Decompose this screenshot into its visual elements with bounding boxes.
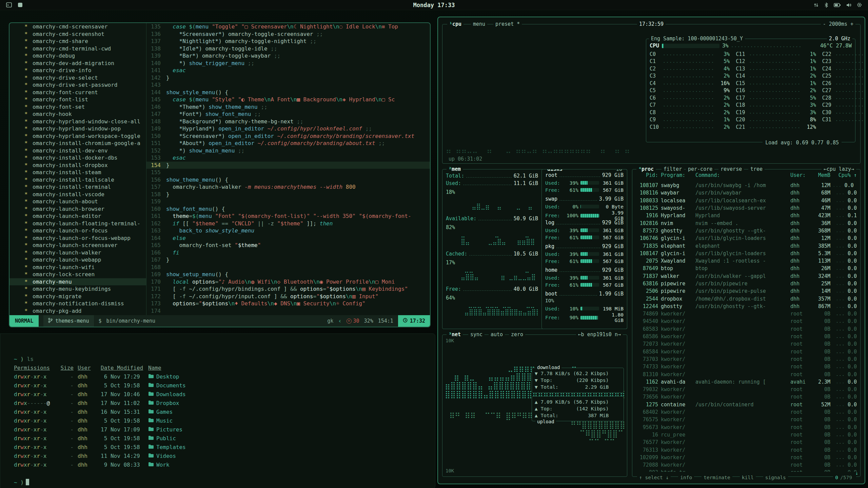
process-row[interactable]: 71837walker/usr/bin/walker --gappldhh324… bbox=[634, 272, 859, 280]
file-tree-item[interactable]: *omarchy-debug bbox=[9, 52, 146, 60]
sort-column-selector[interactable]: ←cpu lazy→ bbox=[822, 166, 856, 172]
code-line[interactable]: 148 *Background*) omarchy-theme-bg-next … bbox=[146, 118, 430, 125]
transfer-icon[interactable] bbox=[813, 2, 819, 8]
code-line[interactable]: 157 omarchy-launch-walker -m menus:omarc… bbox=[146, 183, 430, 191]
code-line[interactable]: 172 [ -f ~/.config/hypr/input.conf ] && … bbox=[146, 293, 430, 300]
kill-button[interactable]: kill bbox=[740, 475, 756, 480]
process-row[interactable]: 108147glycin-i/usr/lib/glycin-loadersdhh… bbox=[634, 250, 859, 257]
process-row[interactable]: 76313kworker/root0B⠄⠄⠄ 0.0 bbox=[634, 446, 859, 453]
select-hint[interactable]: ↑ select ↓ bbox=[637, 475, 671, 480]
file-tree-item[interactable]: *omarchy-cmd-terminal-cwd bbox=[9, 45, 146, 53]
process-row[interactable]: 68402kworker/root0B⠄⠄⠄ 0.0 bbox=[634, 408, 859, 416]
terminal-window[interactable]: ~ ) ls Permissions Size User Date Modifi… bbox=[0, 333, 435, 488]
disks-title[interactable]: disks bbox=[545, 169, 565, 172]
process-row[interactable]: 76575kworker/root0B⠄⠄⠄ 0.0 bbox=[634, 416, 859, 423]
process-row[interactable]: 79032kworker/root0B⠄⠄⠄ 0.0 bbox=[634, 386, 859, 393]
file-tree-item[interactable]: *omarchy-hyprland-window-close-all bbox=[9, 118, 146, 125]
proc-box-title[interactable]: ⁴proc bbox=[636, 166, 656, 172]
per-core-button[interactable]: per-core bbox=[686, 166, 714, 172]
file-tree-item[interactable]: *omarchy-pkg-add bbox=[9, 307, 146, 315]
file-tree-item[interactable]: *omarchy-install-tailscale bbox=[9, 176, 146, 184]
file-tree-item[interactable]: *omarchy-launch-screensaver bbox=[9, 242, 146, 249]
file-tree-item[interactable]: *omarchy-install-steam bbox=[9, 169, 146, 176]
diagnostics-count[interactable]: ×30 bbox=[347, 318, 359, 324]
file-tree-item[interactable]: *omarchy-install-terminal bbox=[9, 183, 146, 191]
info-button[interactable]: info bbox=[678, 475, 694, 480]
file-tree-item[interactable]: *omarchy-hyprland-workspace-toggle bbox=[9, 133, 146, 140]
mem-box-title[interactable]: ²mem bbox=[447, 166, 463, 172]
code-line[interactable]: 149 *Hyprland*) open_in_editor ~/.config… bbox=[146, 125, 430, 133]
file-tree-item[interactable]: *omarchy-font-list bbox=[9, 96, 146, 103]
code-line[interactable]: 137 *Nightlight*) omarchy-toggle-nightli… bbox=[146, 38, 430, 45]
code-line[interactable]: 174 bbox=[146, 307, 430, 315]
code-line[interactable]: 152 *) show_main_menu ;; bbox=[146, 147, 430, 155]
process-row[interactable]: 16rcu_preeroot0B⠄⠄⠄ 0.0 bbox=[634, 431, 859, 439]
code-line[interactable]: 150 *Screensaver*) open_in_editor ~/.con… bbox=[146, 133, 430, 140]
battery-icon[interactable] bbox=[834, 3, 841, 7]
process-row[interactable]: 76577kworker/root0B⠄⠄⠄ 0.0 bbox=[634, 439, 859, 446]
file-tree-item[interactable]: *omarchy-install-vscode bbox=[9, 191, 146, 198]
process-row[interactable]: 108125swayosd-/usr/lib/swayosd-serverdhh… bbox=[634, 204, 859, 212]
volume-icon[interactable] bbox=[846, 3, 851, 7]
file-tree-item[interactable]: *omarchy-install-dev-env bbox=[9, 147, 146, 155]
file-tree-item[interactable]: *omarchy-launch-editor bbox=[9, 212, 146, 220]
code-line[interactable]: 158} bbox=[146, 191, 430, 198]
code-line[interactable]: 147 *Font*) show_font_menu ;; bbox=[146, 110, 430, 118]
file-tree-item[interactable]: *omarchy-migrate bbox=[9, 293, 146, 300]
file-tree-item[interactable]: *omarchy-launch-wifi bbox=[9, 264, 146, 271]
code-pane[interactable]: 135 case $(menu "Toggle" "▢ Screensaver\… bbox=[146, 23, 430, 315]
code-line[interactable]: 144show_style_menu() { bbox=[146, 89, 430, 96]
cpu-box-title[interactable]: ¹cpu bbox=[447, 21, 463, 27]
code-line[interactable]: 156show_theme_menu() { bbox=[146, 176, 430, 184]
io-toggle[interactable]: io bbox=[614, 169, 624, 172]
code-line[interactable]: 146 *Theme*) show_theme_menu ;; bbox=[146, 103, 430, 111]
process-row[interactable]: 1162avahi-daavahi-daemon: running [avahi… bbox=[634, 378, 859, 386]
file-tree-item[interactable]: *omarchy-hyprland-window-pop bbox=[9, 125, 146, 133]
code-line[interactable]: 139 *Bar*) omarchy-toggle-waybar ;; bbox=[146, 52, 430, 60]
file-tree-item[interactable]: *omarchy-install-dropbox bbox=[9, 162, 146, 169]
process-row[interactable]: 87573ghostty/usr/bin/ghostty --gtk-dhh36… bbox=[634, 227, 859, 235]
process-row[interactable]: 1916HyprlandHyprlanddhh423M⠄⠄⠄ 0.1 bbox=[634, 212, 859, 219]
process-row[interactable]: 106746glycin-i/usr/lib/glycin-loadersdhh… bbox=[634, 235, 859, 242]
process-row[interactable]: 108107swaybg/usr/bin/swaybg -i /homdhh12… bbox=[634, 182, 859, 189]
process-row[interactable]: 1275containe/usr/bin/containerdroot52M⠄⠄… bbox=[634, 401, 859, 408]
file-tree-item[interactable]: *omarchy-launch-walker bbox=[9, 249, 146, 257]
refresh-ms-control[interactable]: - 2000ms + bbox=[821, 21, 855, 27]
file-tree-item[interactable]: *omarchy-menu-keybindings bbox=[9, 285, 146, 293]
file-tree-item[interactable]: *omarchy-drive-set-password bbox=[9, 81, 146, 89]
code-line[interactable]: 171 [ -f ~/.config/hypr/bindings.conf ] … bbox=[146, 285, 430, 293]
code-line[interactable]: 136 *Screensaver*) omarchy-toggle-screen… bbox=[146, 30, 430, 38]
process-row[interactable]: 102816nvimnvim --embed .dhh36M⠄⠄⠄ 0.0 bbox=[634, 219, 859, 227]
workspace-app-icon-terminal[interactable] bbox=[6, 2, 12, 8]
preset-button[interactable]: preset * bbox=[493, 21, 522, 27]
file-tree-item[interactable]: *omarchy-launch-about bbox=[9, 198, 146, 205]
process-row[interactable]: 74733kworker/root0B⠄⠄⠄ 0.0 bbox=[634, 363, 859, 370]
code-line[interactable]: 154} bbox=[146, 162, 430, 169]
file-tree-item[interactable]: *omarchy-launch-floating-terminal- bbox=[9, 220, 146, 227]
code-line[interactable]: 143 bbox=[146, 81, 430, 89]
process-row[interactable]: 81310kworker/root0B⠄⠄⠄ 0.0 bbox=[634, 370, 859, 378]
process-row[interactable]: 12244ghostty/usr/bin/ghostty --gtk-dhh86… bbox=[634, 303, 859, 310]
file-tree-item[interactable]: *omarchy-font-current bbox=[9, 89, 146, 96]
file-tree-item[interactable]: *omarchy-drive-info bbox=[9, 67, 146, 74]
file-tree-item[interactable]: *omarchy-hook bbox=[9, 110, 146, 118]
file-tree-item[interactable]: *omarchy-launch-or-focus bbox=[9, 227, 146, 235]
process-row[interactable]: 68586kworker/root0B⠄⠄⠄ 0.0 bbox=[634, 333, 859, 340]
process-row[interactable]: 73656kworker/root0B⠄⠄⠄ 0.0 bbox=[634, 393, 859, 401]
process-row[interactable]: 68584kworker/root0B⠄⠄⠄ 0.0 bbox=[634, 348, 859, 355]
process-row[interactable]: 2075XwaylandXwayland :1 -rootless -dhh11… bbox=[634, 257, 859, 265]
file-tree-item[interactable]: *omarchy-install-docker-dbs bbox=[9, 154, 146, 162]
bluetooth-icon[interactable] bbox=[824, 2, 828, 8]
code-line[interactable]: 161 theme=$(menu "Font" "$(omarchy-font-… bbox=[146, 212, 430, 220]
process-row[interactable]: 87649btopbtopdhh26M⠄⠄⠄ 0.0 bbox=[634, 265, 859, 272]
code-line[interactable]: 142} bbox=[146, 74, 430, 82]
process-row[interactable]: 73703kworker/root0B⠄⠄⠄ 0.0 bbox=[634, 355, 859, 363]
gear-icon[interactable] bbox=[857, 2, 862, 7]
code-line[interactable]: 145 case $(menu "Style" "◐ Theme\nA Font… bbox=[146, 96, 430, 103]
code-line[interactable]: 151 *About*) open_in_editor ~/.config/om… bbox=[146, 140, 430, 147]
process-row[interactable]: 2544dropbox/home/dhh/.dropbox-distdhh357… bbox=[634, 295, 859, 302]
process-row[interactable]: 803btrfs-trroot0B⠄⠄⠄ 0.0 bbox=[634, 469, 859, 472]
process-row[interactable]: 71835elephantelephantdhh385M⠄⠄⠄ 0.0 bbox=[634, 242, 859, 249]
file-tree-item[interactable]: *omarchy-font-set bbox=[9, 103, 146, 111]
code-line[interactable]: 166 fi bbox=[146, 249, 430, 257]
